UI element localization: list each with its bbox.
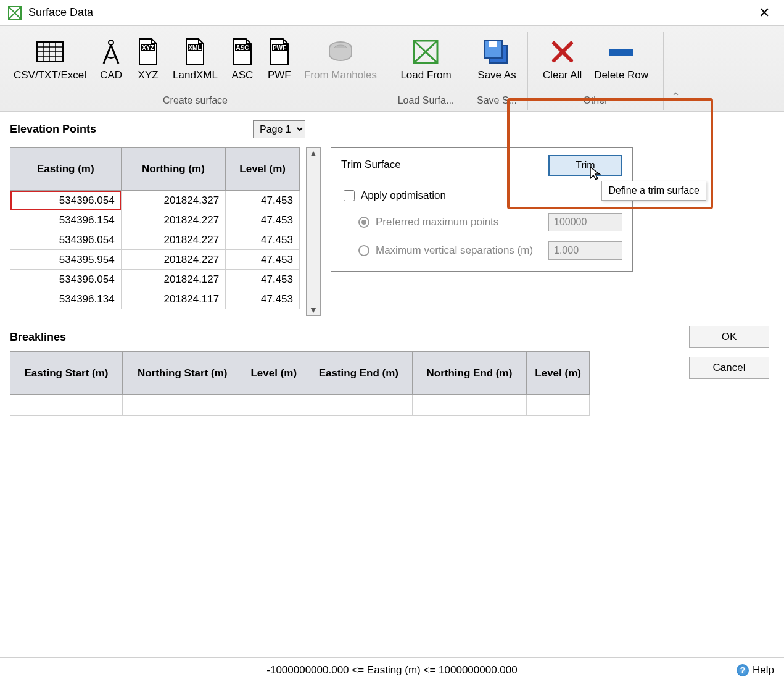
surface-icon: [411, 35, 440, 69]
save-as-button[interactable]: Save As: [472, 32, 521, 86]
cad-button[interactable]: CAD: [94, 32, 128, 86]
svg-text:PWF: PWF: [273, 44, 286, 51]
xyz-file-icon: XYZ: [136, 35, 160, 69]
table-row[interactable]: 534396.134201824.11747.453: [10, 289, 300, 309]
asc-button[interactable]: ASC ASC: [225, 32, 260, 86]
pwf-button[interactable]: PWF PWF: [262, 32, 297, 86]
max-vertical-sep-input[interactable]: [548, 241, 622, 260]
preferred-max-points-radio[interactable]: [358, 217, 369, 228]
svg-text:XYZ: XYZ: [142, 44, 154, 51]
trim-button[interactable]: Trim: [548, 155, 622, 176]
load-from-button[interactable]: Load From: [395, 32, 456, 86]
pwf-file-icon: PWF: [267, 35, 292, 69]
window-title: Surface Data: [28, 6, 93, 19]
table-row[interactable]: 534396.054201824.22747.453: [10, 230, 300, 250]
tooltip: Define a trim surface: [601, 181, 706, 201]
asc-file-icon: ASC: [230, 35, 255, 69]
apply-optimisation-checkbox[interactable]: [344, 190, 355, 201]
scroll-up-icon: ▲: [309, 149, 318, 157]
bl-col-1: Northing Start (m): [123, 352, 242, 395]
table-scrollbar[interactable]: ▲ ▼: [306, 147, 321, 316]
table-row[interactable]: 534396.054201824.32747.453: [10, 191, 300, 210]
group-label-other: Other: [532, 86, 659, 110]
svg-text:ASC: ASC: [236, 44, 249, 51]
close-button[interactable]: ✕: [752, 5, 777, 21]
ok-button[interactable]: OK: [689, 326, 769, 348]
delete-x-icon: [550, 35, 575, 69]
clear-all-button[interactable]: Clear All: [538, 32, 587, 86]
delete-row-button[interactable]: Delete Row: [589, 32, 653, 86]
trim-panel: Trim Surface Trim Define a trim surface …: [331, 147, 633, 272]
scroll-down-icon: ▼: [309, 306, 318, 314]
svg-point-10: [109, 40, 113, 45]
svg-rect-32: [609, 49, 633, 56]
bl-col-0: Easting Start (m): [10, 352, 123, 395]
max-vertical-sep-radio[interactable]: [358, 245, 369, 256]
xml-file-icon: XML: [183, 35, 207, 69]
manhole-icon: [326, 35, 355, 69]
apply-optimisation-label: Apply optimisation: [361, 189, 446, 202]
trim-surface-label: Trim Surface: [341, 159, 401, 171]
bl-col-3: Easting End (m): [305, 352, 412, 395]
table-row[interactable]: 534396.054201824.12747.453: [10, 270, 300, 289]
breaklines-label: Breaklines: [10, 331, 66, 343]
bl-col-2: Level (m): [242, 352, 305, 395]
minus-icon: [606, 35, 636, 69]
col-northing: Northing (m): [121, 148, 226, 191]
xyz-button[interactable]: XYZ XYZ: [131, 32, 165, 86]
titlebar: Surface Data ✕: [0, 0, 784, 26]
max-vertical-sep-label: Maximum vertical separations (m): [376, 244, 533, 257]
table-row[interactable]: [10, 395, 590, 416]
compass-icon: [99, 35, 123, 69]
preferred-max-points-input[interactable]: [548, 213, 622, 231]
table-row[interactable]: 534396.154201824.22747.453: [10, 210, 300, 230]
preferred-max-points-label: Preferred maximum points: [376, 216, 498, 228]
bl-col-5: Level (m): [527, 352, 590, 395]
chevron-up-icon: ⌃: [671, 90, 680, 104]
cancel-button[interactable]: Cancel: [689, 357, 769, 379]
save-icon: [482, 35, 511, 69]
grid-icon: [36, 35, 64, 69]
bl-col-4: Northing End (m): [412, 352, 527, 395]
page-select[interactable]: Page 1: [253, 120, 305, 138]
table-row[interactable]: 534395.954201824.22747.453: [10, 250, 300, 270]
ribbon-collapse[interactable]: ⌃: [664, 90, 688, 110]
elevation-table[interactable]: Easting (m) Northing (m) Level (m) 53439…: [10, 147, 300, 309]
group-label-save: Save S...: [470, 86, 524, 110]
svg-text:XML: XML: [189, 44, 202, 51]
ribbon: CSV/TXT/Excel CAD XYZ XYZ XML LandXML: [0, 26, 784, 112]
breaklines-table[interactable]: Easting Start (m) Northing Start (m) Lev…: [10, 351, 590, 416]
csv-txt-excel-button[interactable]: CSV/TXT/Excel: [9, 32, 91, 86]
elevation-points-label: Elevation Points: [10, 123, 96, 136]
svg-rect-29: [489, 41, 497, 47]
landxml-button[interactable]: XML LandXML: [168, 32, 223, 86]
group-label-load: Load Surfa...: [390, 86, 462, 110]
col-easting: Easting (m): [10, 148, 122, 191]
svg-line-11: [104, 45, 111, 64]
svg-line-12: [111, 45, 118, 64]
col-level: Level (m): [226, 148, 300, 191]
group-label-create: Create surface: [9, 86, 382, 110]
from-manholes-button[interactable]: From Manholes: [299, 32, 382, 86]
app-icon: [7, 6, 22, 20]
